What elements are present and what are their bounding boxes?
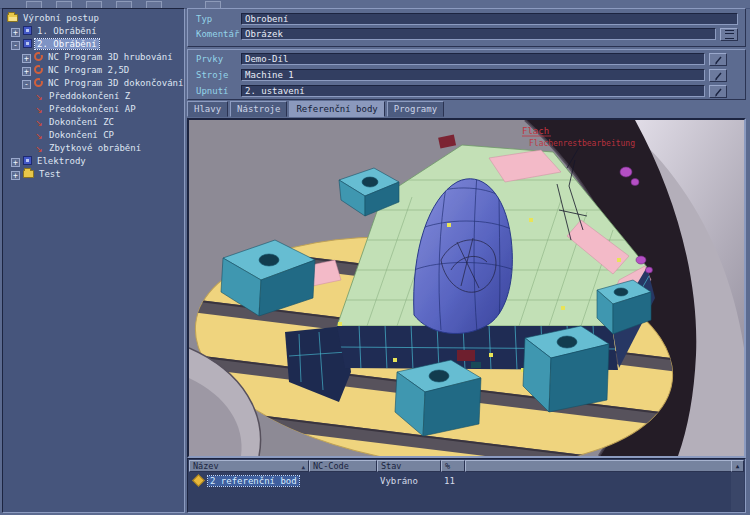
3d-viewport[interactable]: Flach Flachenrestbearbeitung (187, 118, 746, 458)
refpoints-table: Název▲ NC-Code Stav % 2 referenční bod V… (187, 458, 746, 513)
tree-item-label: Předdokončení Z (47, 91, 132, 101)
sort-icon: ▲ (301, 461, 305, 472)
tree-item-label: Dokončení CP (47, 130, 116, 140)
tab-referencni-body[interactable]: Referenční body (289, 101, 384, 117)
row-percent: 11 (444, 475, 466, 487)
reference-point-icon (192, 474, 205, 487)
column-header-filler (465, 460, 732, 472)
prvky-pick-button[interactable] (709, 53, 727, 66)
tree-item-label: Výrobní postup (21, 13, 101, 23)
column-header-percent[interactable]: % (441, 460, 465, 472)
folder-open-icon (7, 14, 18, 22)
tree-item[interactable]: ↘Předdokončení Z (3, 90, 184, 103)
komentar-label: Komentář (196, 28, 239, 41)
expand-icon[interactable]: + (11, 171, 20, 180)
prvky-field[interactable]: Demo-Díl (241, 53, 705, 65)
row-name: 2 referenční bod (208, 476, 299, 486)
tab-hlavy[interactable]: Hlavy (187, 101, 228, 117)
stroje-label: Stroje (196, 69, 229, 82)
tree-item[interactable]: Výrobní postup (3, 12, 184, 25)
stroje-field[interactable]: Machine 1 (241, 69, 705, 81)
operation-icon: ↘ (34, 92, 44, 102)
expand-icon[interactable]: + (22, 54, 31, 63)
process-tree-panel: Výrobní postup+1. Obrábění-2. Obrábění+N… (2, 8, 185, 513)
tree-item-label: 1. Obrábění (35, 26, 99, 36)
scroll-up-button[interactable]: ▲ (731, 460, 744, 472)
tree-item[interactable]: ↘Předdokončení AP (3, 103, 184, 116)
pick-icon (713, 71, 724, 81)
tree-item[interactable]: ↘Dokončení ZC (3, 116, 184, 129)
table-scrollbar[interactable]: ▲ (731, 460, 744, 511)
column-header-nazev[interactable]: Název▲ (189, 460, 309, 472)
tree-item[interactable]: ↘Dokončení CP (3, 129, 184, 142)
komentar-field[interactable]: Obrázek (241, 28, 716, 40)
clamp (523, 326, 609, 412)
tree-item-label: Předdokončení AP (47, 104, 138, 114)
app-window: Výrobní postup+1. Obrábění-2. Obrábění+N… (0, 0, 750, 515)
pick-icon (713, 87, 724, 97)
tree-item-label: 2. Obrábění (35, 39, 99, 49)
stroje-pick-button[interactable] (709, 69, 727, 82)
column-header-nc-code[interactable]: NC-Code (309, 460, 377, 472)
tab-nastroje[interactable]: Nástroje (230, 101, 287, 117)
operation-icon: ↘ (34, 105, 44, 115)
tree-item-label: NC Program 2,5D (46, 65, 131, 75)
operation-icon: ↘ (34, 118, 44, 128)
tree-item-label: Test (37, 169, 63, 179)
operation-icon: ↘ (34, 131, 44, 141)
upnuti-field[interactable]: 2. ustavení (241, 85, 705, 97)
expand-icon[interactable]: + (11, 158, 20, 167)
menu-icon (725, 30, 734, 39)
nc-icon (34, 52, 43, 61)
column-header-stav[interactable]: Stav (377, 460, 441, 472)
tree-item[interactable]: +Elektrody (3, 155, 184, 168)
upnuti-pick-button[interactable] (709, 85, 727, 98)
nc-icon (34, 65, 43, 74)
expand-icon[interactable]: + (22, 67, 31, 76)
prvky-label: Prvky (196, 53, 223, 66)
tree-item[interactable]: ↘Zbytkové obrábění (3, 142, 184, 155)
collapse-icon[interactable]: - (22, 80, 31, 89)
setup-icon (23, 156, 32, 165)
komentar-menu-button[interactable] (720, 28, 738, 41)
upnuti-label: Upnutí (196, 85, 229, 98)
typ-label: Typ (196, 13, 212, 26)
folder-closed-icon (23, 170, 34, 178)
setup-icon (23, 39, 32, 48)
typ-field[interactable]: Obrobení (241, 13, 738, 25)
setup-icon (23, 26, 32, 35)
tab-programy[interactable]: Programy (387, 101, 444, 117)
table-row[interactable]: 2 referenční bod Vybráno 11 (190, 475, 730, 487)
tree-item[interactable]: +1. Obrábění (3, 25, 184, 38)
collapse-icon[interactable]: - (11, 41, 20, 50)
tree-item[interactable]: +NC Program 3D hrubování (3, 51, 184, 64)
tab-bar: Hlavy Nástroje Referenční body Programy (187, 101, 444, 117)
annotation-line2: Flachenrestbearbeitung (529, 139, 635, 148)
annotation-line1: Flach (522, 126, 549, 136)
tree-item[interactable]: +Test (3, 168, 184, 181)
nc-icon (34, 78, 43, 87)
pick-icon (713, 55, 724, 65)
part-info-form: Typ Obrobení Komentář Obrázek (187, 8, 746, 47)
row-nc-code (312, 475, 376, 487)
tree-item-label: NC Program 3D dokončování (46, 78, 185, 88)
tree-item-label: Elektrody (35, 156, 88, 166)
expand-icon[interactable]: + (11, 28, 20, 37)
tree-item[interactable]: -2. Obrábění (3, 38, 184, 51)
operation-icon: ↘ (34, 144, 44, 154)
tree-item[interactable]: +NC Program 2,5D (3, 64, 184, 77)
3d-scene: Flach Flachenrestbearbeitung (189, 120, 744, 456)
process-tree: Výrobní postup+1. Obrábění-2. Obrábění+N… (3, 9, 184, 181)
tree-item-label: Dokončení ZC (47, 117, 116, 127)
setup-form: Prvky Demo-Díl Stroje Machine 1 Upnutí 2… (187, 49, 746, 100)
tree-item[interactable]: -NC Program 3D dokončování (3, 77, 184, 90)
row-stav: Vybráno (380, 475, 440, 487)
tree-item-label: Zbytkové obrábění (47, 143, 143, 153)
tree-item-label: NC Program 3D hrubování (46, 52, 175, 62)
